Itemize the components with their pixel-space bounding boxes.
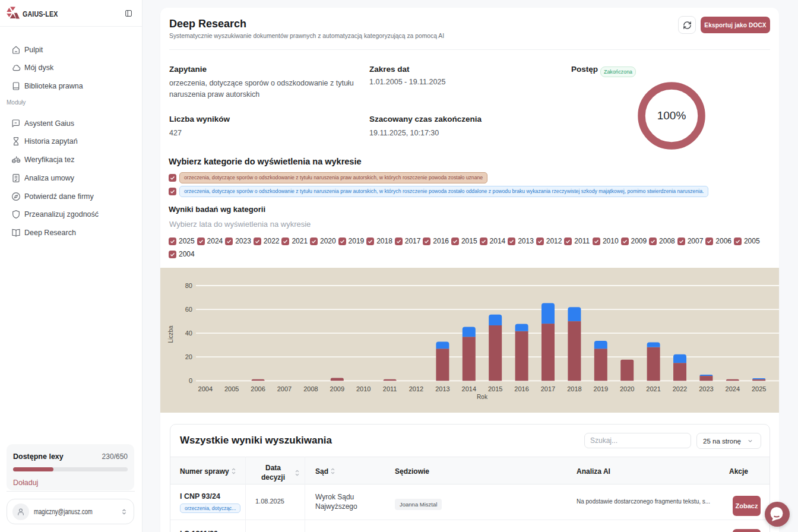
svg-text:2019: 2019: [594, 385, 608, 392]
svg-text:2008: 2008: [303, 385, 318, 392]
svg-text:2006: 2006: [251, 385, 265, 392]
svg-text:20: 20: [185, 353, 192, 360]
svg-text:2011: 2011: [383, 385, 397, 392]
svg-text:Rok: Rok: [477, 394, 488, 400]
svg-text:2016: 2016: [514, 385, 528, 392]
svg-text:2013: 2013: [435, 385, 449, 392]
svg-text:2022: 2022: [673, 385, 687, 392]
svg-text:2025: 2025: [752, 385, 766, 392]
svg-text:2004: 2004: [198, 385, 213, 392]
svg-text:2018: 2018: [567, 385, 581, 392]
svg-text:2012: 2012: [409, 385, 423, 392]
svg-text:60: 60: [185, 306, 192, 313]
svg-text:2005: 2005: [224, 385, 239, 392]
svg-text:2024: 2024: [726, 385, 740, 392]
svg-text:40: 40: [185, 330, 192, 337]
svg-text:2020: 2020: [620, 385, 634, 392]
svg-text:2023: 2023: [699, 385, 713, 392]
svg-text:2015: 2015: [488, 385, 502, 392]
svg-text:80: 80: [185, 282, 192, 289]
svg-text:2017: 2017: [541, 385, 555, 392]
svg-text:2021: 2021: [646, 385, 660, 392]
svg-text:2014: 2014: [462, 385, 476, 392]
svg-text:2007: 2007: [277, 385, 292, 392]
svg-text:Liczba: Liczba: [167, 325, 174, 343]
svg-text:2009: 2009: [330, 385, 344, 392]
svg-text:2010: 2010: [356, 385, 370, 392]
svg-text:0: 0: [189, 377, 192, 384]
